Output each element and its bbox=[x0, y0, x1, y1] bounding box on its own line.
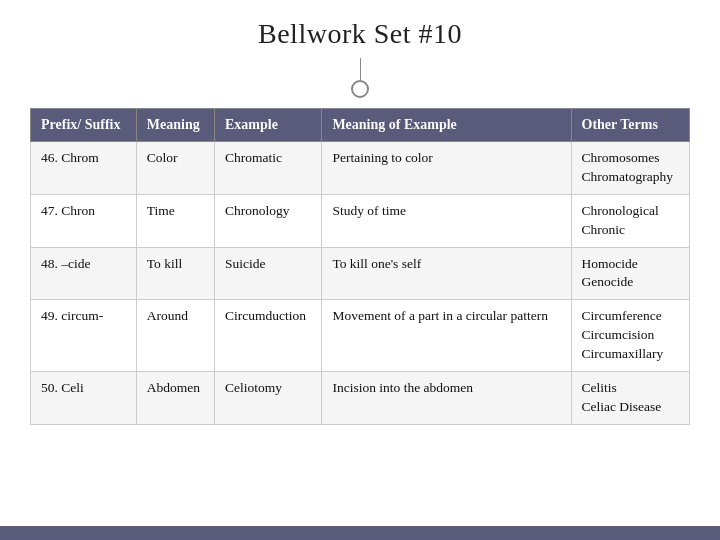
bottom-bar bbox=[0, 526, 720, 540]
table-header-row: Prefix/ Suffix Meaning Example Meaning o… bbox=[31, 109, 690, 142]
col-header-meaning-of-example: Meaning of Example bbox=[322, 109, 571, 142]
cell-example: Chronology bbox=[214, 194, 321, 247]
cell-meaning-of-example: Movement of a part in a circular pattern bbox=[322, 300, 571, 372]
col-header-prefix: Prefix/ Suffix bbox=[31, 109, 137, 142]
cell-meaning-of-example: Study of time bbox=[322, 194, 571, 247]
cell-meaning-of-example: To kill one's self bbox=[322, 247, 571, 300]
table-row: 47. ChronTimeChronologyStudy of timeChro… bbox=[31, 194, 690, 247]
cell-other-terms: HomocideGenocide bbox=[571, 247, 690, 300]
table-row: 49. circum-AroundCircumductionMovement o… bbox=[31, 300, 690, 372]
main-table: Prefix/ Suffix Meaning Example Meaning o… bbox=[30, 108, 690, 425]
cell-prefix: 48. –cide bbox=[31, 247, 137, 300]
cell-prefix: 49. circum- bbox=[31, 300, 137, 372]
cell-meaning-of-example: Incision into the abdomen bbox=[322, 372, 571, 425]
title-section: Bellwork Set #10 bbox=[30, 18, 690, 98]
cell-other-terms: ChronologicalChronic bbox=[571, 194, 690, 247]
cell-other-terms: CelitisCeliac Disease bbox=[571, 372, 690, 425]
col-header-example: Example bbox=[214, 109, 321, 142]
cell-example: Circumduction bbox=[214, 300, 321, 372]
cell-meaning: Around bbox=[136, 300, 214, 372]
cell-prefix: 47. Chron bbox=[31, 194, 137, 247]
page-title: Bellwork Set #10 bbox=[258, 18, 462, 50]
cell-meaning: Abdomen bbox=[136, 372, 214, 425]
cell-other-terms: CircumferenceCircumcisionCircumaxillary bbox=[571, 300, 690, 372]
cell-other-terms: ChromosomesChromatography bbox=[571, 142, 690, 195]
cell-meaning: To kill bbox=[136, 247, 214, 300]
title-divider bbox=[360, 58, 361, 80]
cell-prefix: 46. Chrom bbox=[31, 142, 137, 195]
cell-meaning-of-example: Pertaining to color bbox=[322, 142, 571, 195]
col-header-other-terms: Other Terms bbox=[571, 109, 690, 142]
cell-meaning: Color bbox=[136, 142, 214, 195]
table-row: 46. ChromColorChromaticPertaining to col… bbox=[31, 142, 690, 195]
cell-example: Suicide bbox=[214, 247, 321, 300]
circle-connector bbox=[351, 80, 369, 98]
cell-prefix: 50. Celi bbox=[31, 372, 137, 425]
cell-meaning: Time bbox=[136, 194, 214, 247]
page-container: Bellwork Set #10 Prefix/ Suffix Meaning … bbox=[0, 0, 720, 540]
table-row: 50. CeliAbdomenCeliotomyIncision into th… bbox=[31, 372, 690, 425]
cell-example: Chromatic bbox=[214, 142, 321, 195]
table-row: 48. –cideTo killSuicideTo kill one's sel… bbox=[31, 247, 690, 300]
cell-example: Celiotomy bbox=[214, 372, 321, 425]
col-header-meaning: Meaning bbox=[136, 109, 214, 142]
